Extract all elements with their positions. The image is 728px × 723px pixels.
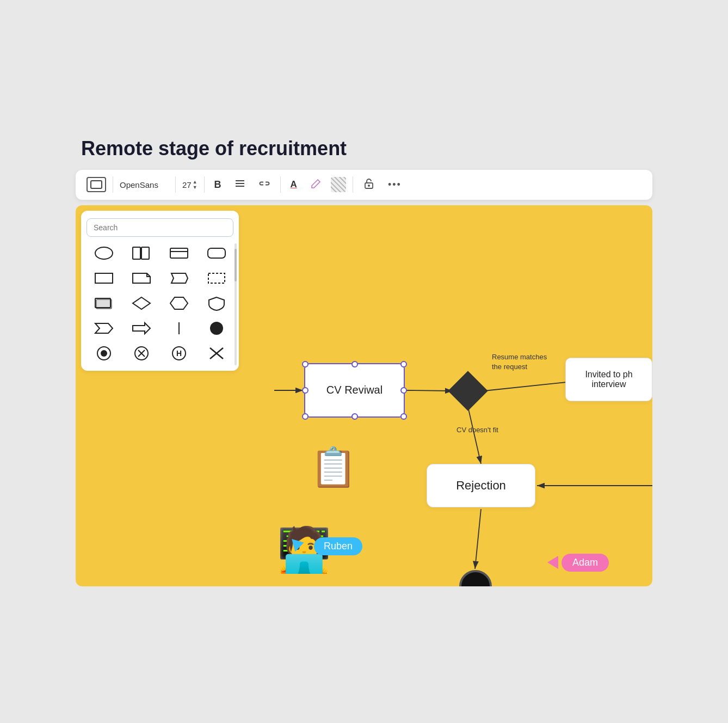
handle-br[interactable]: [400, 413, 407, 420]
font-size-down[interactable]: ▼: [193, 185, 198, 190]
svg-marker-21: [95, 323, 113, 333]
scrollbar[interactable]: [235, 243, 237, 365]
font-size-arrows[interactable]: ▲ ▼: [193, 180, 198, 190]
divider-5: [353, 176, 353, 193]
cv-revival-node[interactable]: CV Reviwal: [304, 363, 405, 418]
svg-marker-20: [170, 297, 188, 309]
shape-folded[interactable]: [124, 268, 158, 288]
rejection-node[interactable]: Rejection: [427, 464, 535, 507]
text-color-a-label: A: [291, 179, 297, 190]
shape-circle-filled[interactable]: [199, 318, 233, 338]
handle-bottom[interactable]: [351, 413, 358, 420]
shape-circle-target[interactable]: [87, 344, 121, 363]
svg-marker-14: [133, 273, 150, 283]
svg-text:H: H: [176, 349, 181, 358]
pattern-button[interactable]: [331, 177, 346, 192]
shape-ellipse[interactable]: [87, 243, 121, 263]
shape-dashed[interactable]: [199, 268, 233, 288]
svg-rect-8: [141, 247, 149, 259]
font-size-value: 27: [182, 180, 192, 189]
final-node[interactable]: [459, 570, 492, 586]
pen-button[interactable]: [307, 176, 324, 193]
font-size-control: 27 ▲ ▼: [182, 180, 198, 190]
divider-4: [280, 176, 281, 193]
svg-marker-19: [133, 297, 150, 309]
svg-rect-13: [95, 273, 113, 283]
link-button[interactable]: [255, 177, 274, 192]
divider-3: [204, 176, 205, 193]
svg-rect-10: [170, 248, 188, 258]
arrow-label-resume: Resume matchesthe request: [492, 352, 547, 372]
ruben-cursor-icon: [292, 536, 306, 551]
handle-bl[interactable]: [302, 413, 309, 420]
svg-point-24: [210, 322, 223, 335]
shape-shadow-rect[interactable]: [87, 293, 121, 313]
search-input[interactable]: [87, 218, 233, 237]
shape-hexagon[interactable]: [162, 293, 196, 313]
outer-container: Remote stage of recruitment OpenSans 27 …: [65, 126, 663, 597]
shapes-grid: H: [87, 243, 233, 363]
font-name[interactable]: OpenSans: [120, 180, 169, 189]
svg-point-26: [101, 350, 107, 357]
shape-circle-x[interactable]: [124, 344, 158, 363]
svg-point-6: [95, 247, 113, 259]
arrow-label-cv: CV doesn't fit: [456, 426, 498, 434]
user-adam: Adam: [547, 554, 609, 572]
shape-book[interactable]: [124, 243, 158, 263]
svg-point-5: [368, 185, 370, 187]
user-ruben: Ruben: [293, 537, 362, 555]
diagram-canvas[interactable]: Resume matchesthe request CV doesn't fit…: [244, 205, 652, 586]
invited-node[interactable]: Invited to phinterview: [565, 358, 652, 401]
text-color-button[interactable]: A: [287, 177, 300, 192]
canvas-area: H: [76, 205, 652, 586]
svg-line-36: [405, 390, 453, 391]
toolbar: OpenSans 27 ▲ ▼ B A: [76, 170, 652, 200]
svg-marker-22: [133, 323, 150, 334]
shape-rect-rounded[interactable]: [199, 243, 233, 263]
handle-left[interactable]: [302, 387, 309, 394]
handle-tr[interactable]: [400, 361, 407, 367]
font-size-up[interactable]: ▲: [193, 180, 198, 185]
divider-1: [113, 176, 113, 193]
diamond-node[interactable]: [448, 371, 488, 411]
lock-button[interactable]: [360, 175, 378, 194]
svg-rect-0: [91, 181, 102, 188]
shape-shield[interactable]: [199, 293, 233, 313]
scrollbar-thumb[interactable]: [235, 249, 237, 281]
handle-tl[interactable]: [302, 361, 309, 367]
svg-rect-12: [208, 248, 225, 258]
adam-cursor-icon: [547, 556, 558, 569]
clipboard-icon[interactable]: 📋: [310, 445, 357, 489]
shape-card[interactable]: [162, 243, 196, 263]
more-button[interactable]: •••: [385, 177, 405, 193]
shape-chevron[interactable]: [87, 318, 121, 338]
shape-arrow-right[interactable]: [124, 318, 158, 338]
svg-line-38: [468, 407, 481, 464]
align-button[interactable]: [231, 177, 249, 192]
shape-circle-h[interactable]: H: [162, 344, 196, 363]
svg-rect-7: [133, 247, 140, 259]
svg-rect-16: [208, 273, 225, 283]
shape-x-mark[interactable]: [199, 344, 233, 363]
ruben-label: Ruben: [314, 537, 362, 555]
shape-tag[interactable]: [162, 268, 196, 288]
svg-line-39: [475, 509, 481, 569]
bold-button[interactable]: B: [211, 177, 225, 193]
handle-top[interactable]: [351, 361, 358, 367]
page-title: Remote stage of recruitment: [76, 137, 652, 160]
shape-rectangle[interactable]: [87, 268, 121, 288]
shape-selector[interactable]: [87, 177, 106, 192]
svg-marker-15: [171, 273, 188, 283]
shape-panel: H: [81, 211, 239, 371]
adam-label: Adam: [562, 554, 609, 572]
divider-2: [175, 176, 176, 193]
handle-right[interactable]: [400, 387, 407, 394]
shape-diamond[interactable]: [124, 293, 158, 313]
shape-vertical-line[interactable]: [162, 318, 196, 338]
